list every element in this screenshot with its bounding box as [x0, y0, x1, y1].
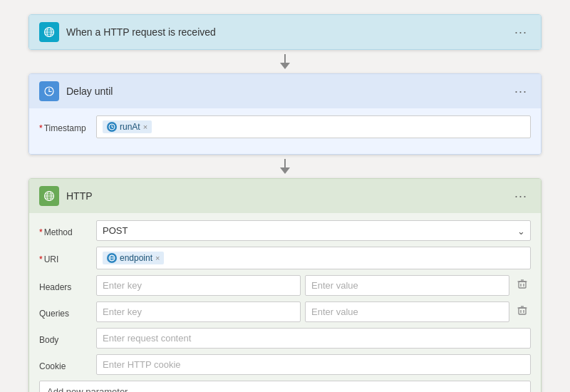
headers-delete-icon[interactable] — [514, 277, 531, 294]
queries-dual-input — [96, 301, 509, 322]
headers-label: Headers — [39, 279, 96, 292]
runat-tag-icon — [107, 122, 117, 132]
queries-value-input[interactable] — [305, 301, 509, 322]
arrow-line-1 — [284, 54, 286, 63]
arrow-2 — [280, 159, 290, 174]
endpoint-tag-close[interactable]: × — [155, 254, 160, 262]
add-param-row[interactable]: Add new parameter ⌄ — [39, 381, 531, 392]
endpoint-tag-text: endpoint — [120, 253, 152, 263]
headers-value-input[interactable] — [305, 275, 509, 296]
http-action-icon — [39, 186, 59, 206]
method-select[interactable]: POST GET PUT DELETE PATCH — [96, 220, 531, 241]
queries-key-input[interactable] — [96, 301, 301, 322]
http-request-header: When a HTTP request is received ··· — [29, 15, 541, 49]
http-request-step: When a HTTP request is received ··· — [28, 14, 542, 50]
headers-row: Headers — [39, 275, 531, 296]
uri-label: *URI — [39, 252, 96, 264]
svg-rect-19 — [519, 282, 526, 288]
delay-step: Delay until ··· *Timestamp runAt × — [28, 73, 542, 155]
endpoint-tag: endpoint × — [103, 252, 164, 264]
delay-timestamp-row: *Timestamp runAt × — [39, 115, 531, 138]
body-label: Body — [39, 332, 96, 345]
http-request-title: When a HTTP request is received — [66, 26, 511, 38]
delay-timestamp-input[interactable]: runAt × — [96, 115, 531, 138]
delay-title: Delay until — [66, 86, 511, 97]
headers-key-input[interactable] — [96, 275, 301, 296]
arrow-head-2 — [280, 167, 290, 174]
svg-rect-24 — [519, 308, 526, 314]
cookie-label: Cookie — [39, 359, 96, 371]
http-request-icon — [39, 22, 59, 42]
add-param-arrow-icon: ⌄ — [515, 386, 523, 392]
arrow-1 — [280, 54, 290, 69]
flow-container: When a HTTP request is received ··· Dela… — [28, 14, 542, 392]
http-action-step: HTTP ··· *Method POST GET PUT DELETE PAT… — [28, 178, 542, 392]
http-action-title: HTTP — [66, 190, 511, 202]
queries-label: Queries — [39, 306, 96, 319]
http-action-more[interactable]: ··· — [511, 186, 531, 206]
uri-input[interactable]: endpoint × — [96, 247, 531, 269]
body-input[interactable] — [96, 328, 531, 349]
endpoint-tag-icon — [107, 253, 117, 263]
http-action-body: *Method POST GET PUT DELETE PATCH ⌄ *URI — [29, 213, 541, 392]
runat-tag-close[interactable]: × — [143, 123, 147, 131]
delay-timestamp-label: *Timestamp — [39, 120, 96, 133]
delay-header: Delay until ··· — [29, 74, 541, 108]
queries-row: Queries — [39, 301, 531, 322]
required-star: * — [39, 123, 43, 133]
method-label: *Method — [39, 225, 96, 237]
headers-dual-input — [96, 275, 509, 296]
runat-tag: runAt × — [103, 120, 152, 133]
delay-icon — [39, 81, 59, 101]
http-action-header: HTTP ··· — [29, 179, 541, 213]
body-row: Body — [39, 328, 531, 349]
arrow-head-1 — [280, 63, 290, 69]
add-param-text: Add new parameter — [47, 386, 515, 392]
cookie-input[interactable] — [96, 354, 531, 375]
cookie-row: Cookie — [39, 354, 531, 375]
arrow-line-2 — [284, 159, 286, 167]
queries-delete-icon[interactable] — [514, 304, 531, 321]
delay-more[interactable]: ··· — [511, 81, 531, 101]
delay-body: *Timestamp runAt × — [29, 108, 541, 154]
runat-tag-text: runAt — [120, 122, 140, 132]
method-select-wrapper: POST GET PUT DELETE PATCH ⌄ — [96, 220, 531, 241]
uri-row: *URI endpoint × — [39, 247, 531, 269]
http-request-more[interactable]: ··· — [511, 22, 531, 42]
method-row: *Method POST GET PUT DELETE PATCH ⌄ — [39, 220, 531, 241]
